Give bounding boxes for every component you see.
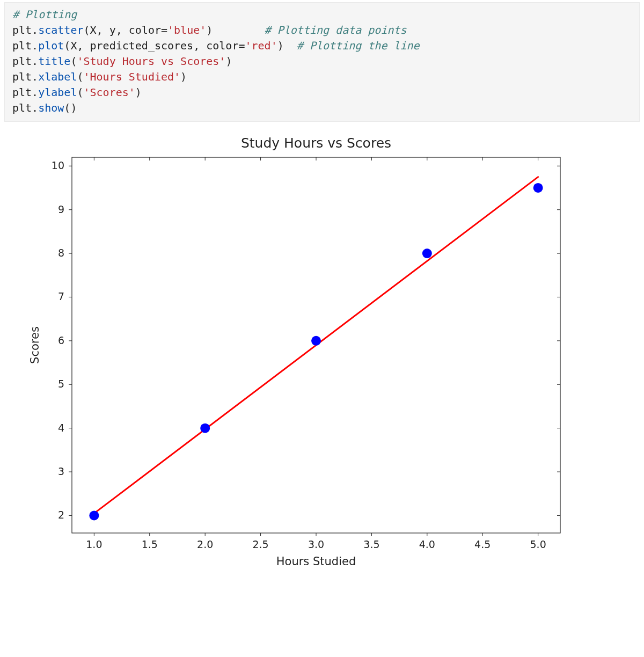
x-tick-label: 3.5 — [363, 538, 379, 550]
code-token: plot — [38, 39, 64, 52]
y-tick-label: 10 — [52, 159, 64, 171]
output-area: Study Hours vs Scores1.01.52.02.53.03.54… — [0, 122, 644, 572]
y-tick-label: 9 — [58, 203, 64, 215]
code-cell: # Plotting plt.scatter(X, y, color='blue… — [4, 2, 640, 122]
code-token: 'Scores' — [83, 86, 135, 99]
code-token: plt. — [12, 101, 38, 114]
data-point — [311, 336, 321, 346]
y-tick-label: 7 — [58, 290, 64, 302]
y-tick-label: 3 — [58, 465, 64, 477]
chart-svg: Study Hours vs Scores1.01.52.02.53.03.54… — [8, 125, 576, 565]
x-tick-label: 5.0 — [530, 538, 546, 550]
code-token: title — [38, 55, 70, 68]
code-token: ) — [135, 86, 142, 99]
y-axis-label: Scores — [28, 326, 41, 364]
chart: Study Hours vs Scores1.01.52.02.53.03.54… — [8, 125, 576, 565]
code-token: # Plotting the line — [297, 39, 420, 52]
code-token: (X, predicted_scores, color — [64, 39, 238, 52]
data-point — [200, 424, 210, 433]
code-token: = — [161, 24, 167, 36]
x-tick-label: 2.0 — [197, 538, 213, 550]
code-token: xlabel — [38, 70, 77, 83]
data-point — [533, 183, 543, 193]
code-token: ) — [277, 39, 284, 52]
code-token: plt. — [12, 24, 38, 36]
code-token: scatter — [38, 24, 83, 36]
x-axis-label: Hours Studied — [276, 555, 356, 565]
y-tick-label: 2 — [58, 509, 64, 521]
code-token: show — [38, 101, 64, 114]
code-token: () — [64, 101, 77, 114]
code-token: plt. — [12, 86, 38, 99]
code-token: 'blue' — [167, 24, 206, 36]
chart-title: Study Hours vs Scores — [241, 135, 391, 151]
code-token: ( — [70, 55, 77, 68]
code-token: ) — [225, 55, 232, 68]
code-token: 'red' — [245, 39, 277, 52]
x-tick-label: 2.5 — [252, 538, 268, 550]
y-tick-label: 4 — [58, 422, 64, 434]
code-token: # Plotting — [12, 8, 77, 21]
data-point — [422, 249, 432, 258]
code-token: ( — [77, 70, 83, 83]
code-token: 'Study Hours vs Scores' — [77, 55, 225, 68]
y-tick-label: 5 — [58, 378, 64, 390]
x-tick-label: 3.0 — [308, 538, 324, 550]
code-token — [284, 39, 297, 52]
data-point — [89, 510, 99, 520]
x-tick-label: 4.0 — [419, 538, 435, 550]
code-token: ) — [180, 70, 187, 83]
code-token: ylabel — [38, 86, 77, 99]
x-tick-label: 1.0 — [86, 538, 102, 550]
code-token: ) — [206, 24, 213, 36]
code-token: ( — [77, 86, 83, 99]
code-token: plt. — [12, 39, 38, 52]
y-tick-label: 6 — [58, 334, 64, 346]
y-tick-label: 8 — [58, 247, 64, 259]
code-token: (X, y, color — [83, 24, 161, 36]
code-token: plt. — [12, 55, 38, 68]
code-token: # Plotting data points — [265, 24, 407, 36]
code-token — [213, 24, 264, 36]
code-token: plt. — [12, 70, 38, 83]
code-token: 'Hours Studied' — [83, 70, 180, 83]
code-token: = — [238, 39, 245, 52]
x-tick-label: 4.5 — [474, 538, 491, 550]
x-tick-label: 1.5 — [142, 538, 158, 550]
